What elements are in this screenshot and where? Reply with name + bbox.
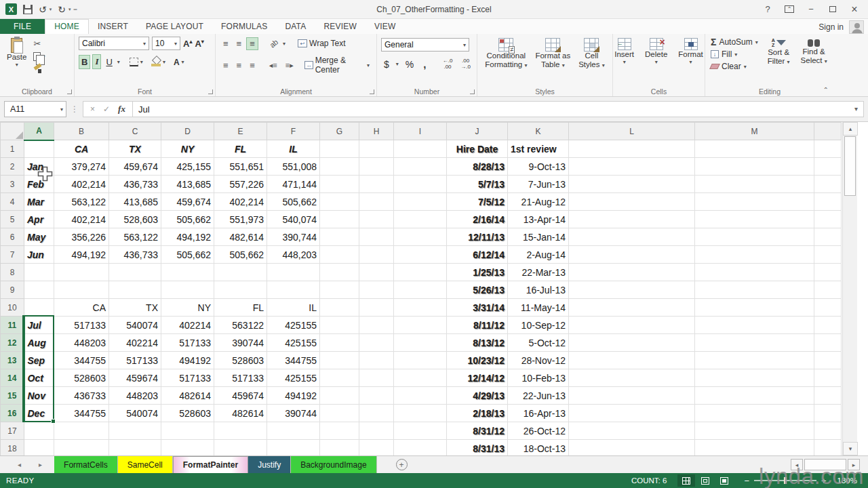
cell-A10[interactable] bbox=[24, 299, 54, 317]
cell-M8[interactable] bbox=[695, 264, 814, 281]
cell-E18[interactable] bbox=[214, 440, 267, 456]
cell-M6[interactable] bbox=[695, 228, 814, 246]
currency-dropdown-icon[interactable]: ▾ bbox=[396, 61, 399, 67]
cell-K7[interactable]: 2-Aug-14 bbox=[508, 246, 569, 264]
zoom-in-icon[interactable]: + bbox=[821, 476, 827, 485]
cell-F9[interactable] bbox=[267, 281, 320, 299]
cell-C2[interactable]: 459,674 bbox=[109, 158, 161, 176]
cell-J1[interactable]: Hire Date bbox=[447, 140, 508, 158]
cell-C5[interactable]: 528,603 bbox=[109, 211, 161, 228]
cell-J9[interactable]: 5/26/13 bbox=[447, 281, 508, 299]
cell-F12[interactable]: 425155 bbox=[267, 334, 320, 352]
scroll-up-icon[interactable]: ▴ bbox=[843, 122, 858, 136]
cell-G14[interactable] bbox=[320, 369, 359, 387]
cell-H6[interactable] bbox=[359, 228, 394, 246]
wrap-text-button[interactable]: ↩Wrap Text bbox=[295, 37, 349, 50]
cell-I4[interactable] bbox=[394, 193, 447, 211]
cell-D15[interactable]: 482614 bbox=[161, 387, 214, 405]
cell-H8[interactable] bbox=[359, 264, 394, 281]
cell-G1[interactable] bbox=[320, 140, 359, 158]
cell-A7[interactable]: Jun bbox=[24, 246, 54, 264]
cell-I3[interactable] bbox=[394, 176, 447, 193]
currency-button[interactable]: $ bbox=[381, 57, 392, 72]
row-header-10[interactable]: 10 bbox=[1, 299, 24, 317]
cell-M15[interactable] bbox=[695, 387, 814, 405]
save-icon[interactable] bbox=[23, 5, 33, 14]
cell-J8[interactable]: 1/25/13 bbox=[447, 264, 508, 281]
increase-font-icon[interactable]: A▴ bbox=[183, 39, 192, 49]
comma-style-button[interactable]: , bbox=[420, 56, 429, 72]
cell-J16[interactable]: 2/18/13 bbox=[447, 405, 508, 422]
cell-F15[interactable]: 494192 bbox=[267, 387, 320, 405]
sign-in-link[interactable]: Sign in bbox=[818, 22, 844, 32]
tab-view[interactable]: VIEW bbox=[366, 20, 404, 34]
cell-K3[interactable]: 7-Jun-13 bbox=[508, 176, 569, 193]
cell-L18[interactable] bbox=[569, 440, 695, 456]
cell-B9[interactable] bbox=[54, 281, 109, 299]
cell-K12[interactable]: 5-Oct-12 bbox=[508, 334, 569, 352]
cell-M10[interactable] bbox=[695, 299, 814, 317]
cell-J13[interactable]: 10/23/12 bbox=[447, 352, 508, 369]
scroll-right-icon[interactable]: ▸ bbox=[848, 459, 860, 470]
underline-button[interactable]: U bbox=[103, 55, 115, 69]
scroll-left-icon[interactable]: ◂ bbox=[791, 459, 803, 470]
cell-J3[interactable]: 5/7/13 bbox=[447, 176, 508, 193]
font-size-combo[interactable]: 10▾ bbox=[152, 37, 180, 50]
sheet-tab-BackgroundImage[interactable]: BackgroundImage bbox=[291, 456, 376, 473]
name-box[interactable]: A11▾ bbox=[4, 101, 66, 117]
cell-E8[interactable] bbox=[214, 264, 267, 281]
cell-G4[interactable] bbox=[320, 193, 359, 211]
cell-B12[interactable]: 448203 bbox=[54, 334, 109, 352]
page-layout-view-icon[interactable] bbox=[696, 474, 714, 487]
cell-A2[interactable]: Jan bbox=[24, 158, 54, 176]
cell-D10[interactable]: NY bbox=[161, 299, 214, 317]
column-header-E[interactable]: E bbox=[214, 123, 267, 140]
clipboard-dialog-launcher-icon[interactable] bbox=[67, 89, 72, 94]
cell-D8[interactable] bbox=[161, 264, 214, 281]
cell-B13[interactable]: 344755 bbox=[54, 352, 109, 369]
cell-F8[interactable] bbox=[267, 264, 320, 281]
row-header-17[interactable]: 17 bbox=[1, 422, 24, 440]
increase-indent-icon[interactable]: ≡▸ bbox=[282, 60, 297, 71]
cell-B18[interactable] bbox=[54, 440, 109, 456]
cell-I16[interactable] bbox=[394, 405, 447, 422]
cell-H9[interactable] bbox=[359, 281, 394, 299]
cell-H4[interactable] bbox=[359, 193, 394, 211]
cell-F5[interactable]: 540,074 bbox=[267, 211, 320, 228]
orientation-icon[interactable]: ab bbox=[264, 34, 283, 52]
cell-G7[interactable] bbox=[320, 246, 359, 264]
cell-K14[interactable]: 10-Feb-13 bbox=[508, 369, 569, 387]
cell-C7[interactable]: 436,733 bbox=[109, 246, 161, 264]
cell-M12[interactable] bbox=[695, 334, 814, 352]
row-header-2[interactable]: 2 bbox=[1, 158, 24, 176]
cell-F7[interactable]: 448,203 bbox=[267, 246, 320, 264]
cell-G9[interactable] bbox=[320, 281, 359, 299]
tab-formulas[interactable]: FORMULAS bbox=[212, 20, 276, 34]
tab-review[interactable]: REVIEW bbox=[315, 20, 366, 34]
tab-data[interactable]: DATA bbox=[276, 20, 315, 34]
row-header-7[interactable]: 7 bbox=[1, 246, 24, 264]
minimize-icon[interactable]: − bbox=[802, 3, 821, 16]
cell-K10[interactable]: 11-May-14 bbox=[508, 299, 569, 317]
cell-F14[interactable]: 425155 bbox=[267, 369, 320, 387]
sheet-nav-prev-icon[interactable]: ◂ bbox=[18, 461, 21, 468]
cell-J6[interactable]: 12/11/13 bbox=[447, 228, 508, 246]
clear-button[interactable]: Clear▾ bbox=[709, 61, 760, 72]
cell-D17[interactable] bbox=[161, 422, 214, 440]
cell-E15[interactable]: 459674 bbox=[214, 387, 267, 405]
cell-L2[interactable] bbox=[569, 158, 695, 176]
cell-E2[interactable]: 551,651 bbox=[214, 158, 267, 176]
select-all-corner[interactable] bbox=[1, 123, 24, 140]
number-format-combo[interactable]: General▾ bbox=[381, 38, 469, 52]
cell-F3[interactable]: 471,144 bbox=[267, 176, 320, 193]
find-select-button[interactable]: Find & Select ▾ bbox=[798, 37, 830, 72]
cell-E6[interactable]: 482,614 bbox=[214, 228, 267, 246]
cell-H12[interactable] bbox=[359, 334, 394, 352]
cell-G16[interactable] bbox=[320, 405, 359, 422]
row-header-3[interactable]: 3 bbox=[1, 176, 24, 193]
cell-I12[interactable] bbox=[394, 334, 447, 352]
column-header-K[interactable]: K bbox=[508, 123, 569, 140]
cell-M5[interactable] bbox=[695, 211, 814, 228]
cell-L3[interactable] bbox=[569, 176, 695, 193]
cell-F11[interactable]: 425155 bbox=[267, 317, 320, 334]
